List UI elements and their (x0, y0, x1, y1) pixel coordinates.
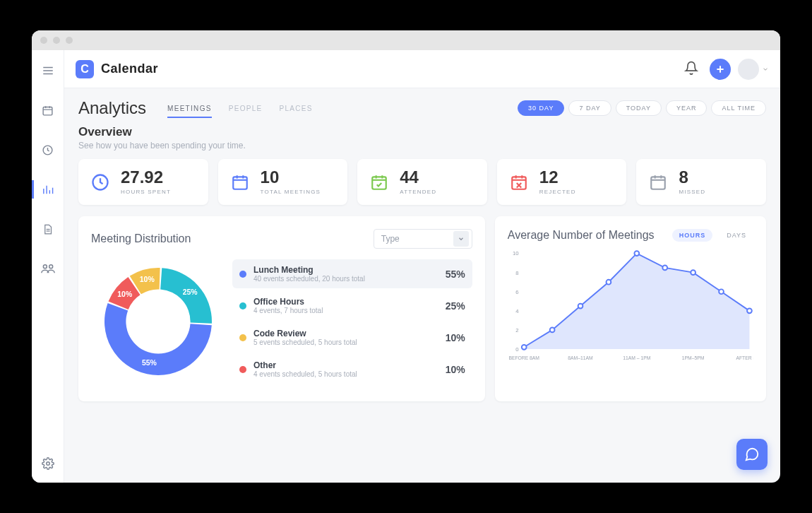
svg-point-51 (606, 280, 611, 285)
sidebar-item-settings[interactable] (32, 452, 64, 476)
brand-mark: C (76, 60, 94, 78)
distribution-item[interactable]: Lunch Meeting 40 events scheduled, 20 ho… (232, 259, 472, 288)
legend-swatch (239, 334, 246, 341)
stat-label: TOTAL MEETINGS (261, 189, 321, 195)
svg-point-53 (662, 266, 667, 271)
add-button[interactable] (710, 59, 731, 80)
brand-name: Calendar (101, 61, 158, 76)
overview-title: Overview (78, 125, 766, 139)
chat-fab[interactable] (736, 439, 768, 470)
svg-rect-28 (512, 177, 526, 189)
range-year[interactable]: YEAR (666, 100, 707, 116)
toggle-hours[interactable]: HOURS (672, 229, 713, 242)
legend-pct: 10% (446, 364, 465, 375)
topbar: C Calendar (64, 50, 780, 88)
distribution-item[interactable]: Code Review 5 events scheduled, 5 hours … (232, 323, 472, 352)
legend-name: Office Hours (253, 297, 438, 307)
legend-swatch (239, 366, 246, 373)
svg-text:6: 6 (515, 289, 518, 295)
svg-point-54 (691, 270, 695, 275)
sidebar (32, 50, 64, 483)
range-30-day[interactable]: 30 DAY (518, 100, 564, 116)
donut-chart: 55%25%10%10% (91, 254, 225, 389)
stat-value: 12 (539, 169, 576, 186)
stat-card-row: 27.92 HOURS SPENT 10 TOTAL MEETINGS 44 A… (78, 159, 766, 205)
tab-meetings[interactable]: MEETINGS (167, 105, 212, 118)
svg-text:AFTER 5PM: AFTER 5PM (736, 355, 753, 360)
window-titlebar (32, 30, 780, 50)
stat-value: 8 (679, 169, 705, 186)
stat-label: HOURS SPENT (121, 189, 171, 195)
stat-card-missed: 8 MISSED (636, 159, 766, 205)
svg-point-14 (43, 264, 47, 268)
legend-pct: 25% (446, 300, 465, 312)
user-menu[interactable] (738, 59, 769, 80)
svg-text:0: 0 (515, 346, 518, 353)
average-meetings-panel: Average Number of Meetings HOURSDAYS 024… (495, 216, 766, 401)
svg-text:8AM–11AM: 8AM–11AM (568, 355, 593, 360)
distribution-type-select[interactable]: Type (374, 229, 472, 249)
stat-value: 10 (261, 169, 321, 186)
stat-label: REJECTED (539, 189, 576, 195)
calendar-icon (229, 172, 251, 193)
svg-point-15 (49, 264, 52, 268)
sidebar-item-analytics[interactable] (32, 177, 64, 201)
svg-rect-3 (43, 107, 52, 114)
svg-text:11AM – 1PM: 11AM – 1PM (623, 355, 650, 360)
traffic-light-max[interactable] (66, 37, 73, 44)
svg-point-56 (747, 308, 752, 313)
svg-point-49 (549, 328, 554, 333)
svg-text:2: 2 (515, 327, 518, 334)
svg-point-52 (634, 251, 639, 256)
range-all-time[interactable]: ALL TIME (711, 100, 766, 116)
page-header-row: Analytics MEETINGSPEOPLEPLACES 30 DAY7 D… (78, 98, 766, 118)
legend-pct: 10% (446, 332, 465, 343)
svg-point-50 (578, 304, 583, 309)
svg-text:BEFORE 8AM: BEFORE 8AM (508, 355, 539, 360)
legend-sub: 4 events scheduled, 5 hours total (253, 370, 438, 378)
legend-swatch (239, 271, 246, 278)
svg-text:25%: 25% (183, 288, 198, 296)
legend-sub: 40 events scheduled, 20 hours total (253, 275, 438, 283)
page-title: Analytics (78, 98, 146, 118)
average-toggle-group: HOURSDAYS (672, 229, 753, 242)
content: Analytics MEETINGSPEOPLEPLACES 30 DAY7 D… (64, 88, 780, 483)
traffic-light-min[interactable] (53, 37, 60, 44)
app-window: C Calendar Analytics MEET (32, 30, 780, 483)
legend-name: Lunch Meeting (253, 265, 438, 275)
blank-icon (647, 172, 669, 193)
legend-name: Other (253, 360, 438, 370)
svg-text:8: 8 (515, 270, 518, 276)
distribution-item[interactable]: Office Hours 4 events, 7 hours total 25% (232, 291, 472, 320)
panel-row: Meeting Distribution Type 55%25%10%10% L… (78, 216, 766, 401)
traffic-light-close[interactable] (40, 37, 47, 44)
chevron-down-icon (453, 231, 469, 247)
sidebar-item-calendar[interactable] (32, 98, 64, 122)
hamburger-icon[interactable] (32, 59, 64, 83)
legend-pct: 55% (446, 269, 465, 280)
svg-text:55%: 55% (142, 359, 157, 367)
range-today[interactable]: TODAY (616, 100, 662, 116)
toggle-days[interactable]: DAYS (720, 229, 753, 242)
tab-places[interactable]: PLACES (280, 105, 313, 118)
distribution-item[interactable]: Other 4 events scheduled, 5 hours total … (232, 355, 472, 384)
check-icon (369, 172, 390, 193)
legend-sub: 4 events, 7 hours total (253, 307, 438, 314)
clock-icon (90, 172, 111, 193)
avatar (738, 59, 759, 80)
range-7-day[interactable]: 7 DAY (568, 100, 611, 116)
sidebar-item-time[interactable] (32, 138, 64, 162)
tab-people[interactable]: PEOPLE (229, 105, 263, 118)
stat-value: 44 (400, 169, 436, 186)
chevron-down-icon (762, 66, 769, 73)
svg-text:10: 10 (513, 250, 519, 256)
area-chart: 0246810BEFORE 8AM8AM–11AM11AM – 1PM1PM–5… (508, 247, 753, 367)
distribution-title: Meeting Distribution (91, 232, 191, 245)
sidebar-item-documents[interactable] (32, 217, 64, 241)
stat-card-attended: 44 ATTENDED (357, 159, 487, 205)
legend-sub: 5 events scheduled, 5 hours total (253, 338, 438, 346)
stat-card-hours-spent: 27.92 HOURS SPENT (78, 159, 208, 205)
svg-rect-20 (233, 177, 247, 189)
sidebar-item-people[interactable] (32, 256, 64, 281)
notifications-icon[interactable] (680, 57, 703, 82)
